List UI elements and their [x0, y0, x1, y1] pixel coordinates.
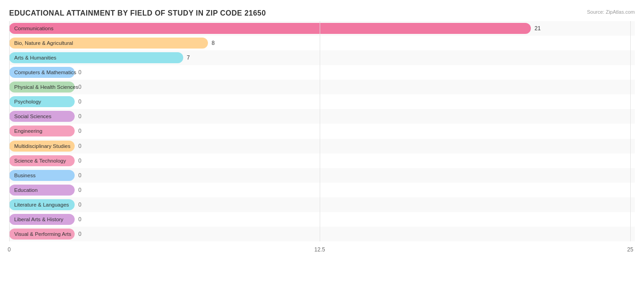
bar-row: Psychology0 — [9, 94, 635, 109]
bar-label-text: Bio, Nature & Agricultural — [11, 39, 76, 47]
bar-label-text: Computers & Mathematics — [11, 69, 79, 76]
bar-value: 7 — [187, 50, 190, 65]
bar-label: Multidisciplinary Studies — [11, 139, 73, 153]
bar-label-text: Physical & Health Sciences — [11, 83, 81, 91]
bar-label-text: Engineering — [11, 127, 45, 135]
bar-row: Science & Technology0 — [9, 153, 635, 168]
bar-label: Education — [11, 183, 40, 197]
bar-label-text: Science & Technology — [11, 157, 69, 164]
bar-value: 0 — [78, 197, 82, 212]
bar-label: Liberal Arts & History — [11, 212, 66, 227]
bar-label-text: Psychology — [11, 98, 44, 105]
bar-label-text: Visual & Performing Arts — [11, 230, 74, 238]
bar-row: Communications21 — [9, 21, 635, 36]
bar-value: 0 — [78, 124, 82, 138]
bar-label-text: Arts & Humanities — [11, 54, 59, 61]
bar-label: Psychology — [11, 94, 44, 109]
bar-row: Bio, Nature & Agricultural8 — [9, 36, 635, 50]
bar-value: 0 — [78, 168, 82, 183]
x-axis-tick: 0 — [8, 246, 11, 253]
bar-label: Literature & Languages — [11, 197, 72, 212]
bar-label: Communications — [11, 21, 56, 36]
bar-row: Physical & Health Sciences0 — [9, 80, 635, 94]
bar-row: Social Sciences0 — [9, 109, 635, 124]
chart-container: EDUCATIONAL ATTAINMENT BY FIELD OF STUDY… — [0, 0, 644, 289]
bar-label-text: Education — [11, 186, 40, 194]
bar-row: Multidisciplinary Studies0 — [9, 139, 635, 153]
source-text: Source: ZipAtlas.com — [587, 9, 635, 15]
bar-label: Arts & Humanities — [11, 50, 59, 65]
chart-area: Communications21Bio, Nature & Agricultur… — [9, 21, 635, 255]
bar-value: 8 — [212, 36, 215, 50]
bar-row: Liberal Arts & History0 — [9, 212, 635, 227]
bar-value: 21 — [535, 21, 540, 36]
bar-label: Social Sciences — [11, 109, 54, 124]
bar-label-text: Communications — [11, 25, 56, 32]
bar-value: 0 — [78, 139, 82, 153]
bar-value: 0 — [78, 183, 82, 197]
bar-label-text: Literature & Languages — [11, 201, 72, 208]
bar-label: Science & Technology — [11, 153, 69, 168]
bar-row: Engineering0 — [9, 124, 635, 138]
x-axis-tick: 25 — [627, 246, 633, 253]
bar-label: Computers & Mathematics — [11, 65, 79, 80]
bar-value: 0 — [78, 212, 82, 227]
x-axis-tick: 12.5 — [314, 246, 325, 253]
bar-label: Bio, Nature & Agricultural — [11, 36, 76, 50]
bar-row: Literature & Languages0 — [9, 197, 635, 212]
bar-label: Physical & Health Sciences — [11, 80, 81, 94]
bars-section: Communications21Bio, Nature & Agricultur… — [9, 21, 635, 241]
bar-label-text: Multidisciplinary Studies — [11, 142, 73, 150]
bar-value: 0 — [78, 109, 82, 124]
bar-row: Education0 — [9, 183, 635, 197]
chart-title: EDUCATIONAL ATTAINMENT BY FIELD OF STUDY… — [9, 9, 635, 17]
bar-label: Visual & Performing Arts — [11, 227, 74, 241]
bar-value: 0 — [78, 153, 82, 168]
bar-row: Business0 — [9, 168, 635, 183]
bar-value: 0 — [78, 227, 82, 241]
bar-label: Engineering — [11, 124, 45, 138]
x-axis: 012.525 — [9, 241, 635, 255]
bar-row: Visual & Performing Arts0 — [9, 227, 635, 241]
bar-label-text: Social Sciences — [11, 113, 54, 120]
bar-label-text: Liberal Arts & History — [11, 216, 66, 223]
bar-row: Computers & Mathematics0 — [9, 65, 635, 80]
bar-value: 0 — [78, 94, 82, 109]
bar-fill — [9, 23, 531, 34]
bar-label: Business — [11, 168, 38, 183]
bar-row: Arts & Humanities7 — [9, 50, 635, 65]
bar-label-text: Business — [11, 172, 38, 179]
